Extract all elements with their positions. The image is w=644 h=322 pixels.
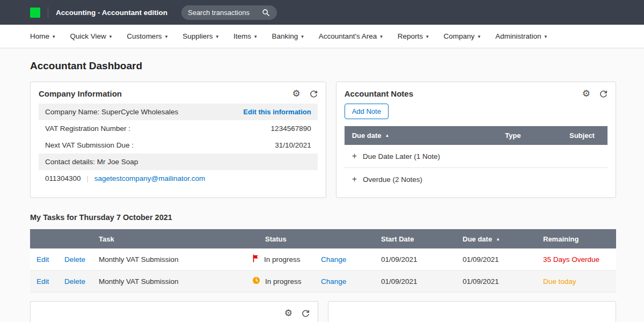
- note-group-label: Overdue (2 Notes): [363, 175, 422, 184]
- flag-icon: [252, 254, 259, 264]
- accountant-notes-card: Accountant Notes ⚙ Add Note Due date ▲: [336, 82, 616, 198]
- company-name-text: Company Name: SuperCycle Wholesales: [45, 108, 178, 116]
- chevron-down-icon: ▾: [109, 34, 112, 39]
- nav-item-banking[interactable]: Banking▾: [272, 32, 304, 40]
- note-group-overdue[interactable]: + Overdue (2 Notes): [345, 168, 608, 191]
- task-remaining: 35 Days Overdue: [537, 255, 616, 264]
- nav-item-customers[interactable]: Customers▾: [127, 32, 167, 40]
- chevron-down-icon: ▾: [544, 34, 547, 39]
- note-group-label: Due Date Later (1 Note): [363, 152, 440, 160]
- bottom-right-card: [328, 301, 616, 322]
- tasks-col-remaining[interactable]: Remaining: [537, 235, 616, 243]
- tasks-col-status[interactable]: Status: [246, 235, 314, 243]
- table-row: Edit Delete Monthly VAT Submission In pr…: [30, 270, 616, 292]
- chevron-down-icon: ▾: [478, 34, 480, 39]
- vat-registration-label: VAT Registration Number :: [45, 125, 130, 133]
- nav-item-reports[interactable]: Reports▾: [398, 32, 429, 40]
- edit-link[interactable]: Edit: [36, 255, 49, 264]
- task-due-date: 01/09/2021: [456, 255, 537, 264]
- task-start-date: 01/09/2021: [375, 255, 456, 264]
- main-nav: Home▾ Quick View▾ Customers▾ Suppliers▾ …: [0, 25, 644, 48]
- gear-icon[interactable]: ⚙: [582, 89, 590, 98]
- topbar-divider: [48, 7, 48, 18]
- task-name: Monthly VAT Submission: [92, 255, 246, 264]
- vat-registration-row: VAT Registration Number : 1234567890: [39, 120, 318, 137]
- nav-item-suppliers[interactable]: Suppliers▾: [182, 32, 218, 40]
- phone-email-row: 011304300 | sagetestcompany@mailinator.c…: [39, 170, 318, 187]
- notes-col-subject[interactable]: Subject: [562, 126, 608, 145]
- phone-number: 011304300: [45, 174, 81, 182]
- vat-submission-label: Next VAT Submission Due :: [45, 141, 134, 149]
- task-remaining: Due today: [537, 277, 616, 286]
- search-box[interactable]: [181, 5, 277, 20]
- app-title: Accounting - Accountant edition: [56, 9, 167, 17]
- task-status: In progress: [265, 277, 302, 286]
- chevron-down-icon: ▾: [216, 34, 218, 39]
- change-status-link[interactable]: Change: [321, 255, 346, 264]
- task-due-date: 01/09/2021: [456, 277, 537, 286]
- vat-submission-value: 31/10/2021: [275, 141, 311, 149]
- notes-col-type[interactable]: Type: [497, 126, 562, 145]
- notes-table-header: Due date ▲ Type Subject: [345, 126, 608, 145]
- vat-registration-value: 1234567890: [271, 125, 311, 133]
- search-input[interactable]: [188, 9, 262, 17]
- expand-icon[interactable]: +: [352, 152, 357, 160]
- email-link[interactable]: sagetestcompany@mailinator.com: [94, 174, 206, 182]
- sage-logo[interactable]: [30, 8, 40, 18]
- chevron-down-icon: ▾: [380, 34, 383, 39]
- search-icon[interactable]: [262, 9, 270, 17]
- tasks-col-task[interactable]: Task: [92, 235, 246, 243]
- edit-link[interactable]: Edit: [36, 277, 49, 286]
- nav-item-administration[interactable]: Administration▾: [495, 32, 547, 40]
- sort-asc-icon: ▲: [385, 133, 390, 138]
- vat-submission-row: Next VAT Submission Due : 31/10/2021: [39, 137, 318, 153]
- nav-item-company[interactable]: Company▾: [444, 32, 480, 40]
- refresh-icon[interactable]: [310, 90, 318, 98]
- page-title: Accountant Dashboard: [30, 60, 616, 72]
- refresh-icon[interactable]: [599, 90, 608, 98]
- task-start-date: 01/09/2021: [375, 277, 456, 286]
- contact-details-row: Contact details: Mr Joe Soap: [39, 153, 318, 170]
- chevron-down-icon: ▾: [53, 34, 55, 39]
- change-status-link[interactable]: Change: [321, 277, 346, 286]
- tasks-col-start-date[interactable]: Start Date: [375, 235, 456, 243]
- edit-information-link[interactable]: Edit this information: [243, 108, 311, 116]
- chevron-down-icon: ▾: [426, 34, 429, 39]
- company-name-row: Company Name: SuperCycle Wholesales Edit…: [39, 104, 318, 120]
- bottom-left-card: ⚙: [30, 301, 318, 322]
- nav-item-items[interactable]: Items▾: [233, 32, 257, 40]
- gear-icon[interactable]: ⚙: [292, 89, 300, 98]
- divider: |: [87, 175, 89, 182]
- tasks-heading: My Tasks for Thursday 7 October 2021: [30, 213, 616, 222]
- gear-icon[interactable]: ⚙: [284, 309, 292, 318]
- task-name: Monthly VAT Submission: [92, 277, 246, 286]
- delete-link[interactable]: Delete: [64, 255, 85, 264]
- delete-link[interactable]: Delete: [64, 277, 85, 286]
- chevron-down-icon: ▾: [254, 34, 257, 39]
- contact-details-text: Contact details: Mr Joe Soap: [45, 158, 138, 166]
- tasks-table: Task Status Start Date Due date ▲ Remain…: [30, 229, 616, 292]
- refresh-icon[interactable]: [302, 309, 310, 317]
- nav-item-accountants-area[interactable]: Accountant's Area▾: [319, 32, 383, 40]
- task-status: In progress: [264, 255, 301, 264]
- sort-asc-icon: ▲: [496, 237, 500, 241]
- table-row: Edit Delete Monthly VAT Submission In pr…: [30, 248, 616, 270]
- chevron-down-icon: ▾: [301, 34, 304, 39]
- accountant-notes-title: Accountant Notes: [345, 89, 413, 98]
- topbar: Accounting - Accountant edition: [0, 0, 644, 25]
- add-note-button[interactable]: Add Note: [345, 104, 389, 119]
- nav-item-quick-view[interactable]: Quick View▾: [70, 32, 112, 40]
- notes-col-due-date[interactable]: Due date ▲: [345, 126, 497, 145]
- nav-item-home[interactable]: Home▾: [30, 32, 55, 40]
- chevron-down-icon: ▾: [165, 34, 168, 39]
- company-information-title: Company Information: [39, 89, 122, 98]
- company-information-card: Company Information ⚙ Company Name: Supe…: [30, 82, 326, 198]
- clock-icon: [252, 276, 260, 286]
- tasks-table-header: Task Status Start Date Due date ▲ Remain…: [30, 229, 616, 248]
- note-group-due-later[interactable]: + Due Date Later (1 Note): [345, 145, 608, 168]
- tasks-col-due-date[interactable]: Due date ▲: [456, 235, 537, 243]
- expand-icon[interactable]: +: [352, 175, 357, 184]
